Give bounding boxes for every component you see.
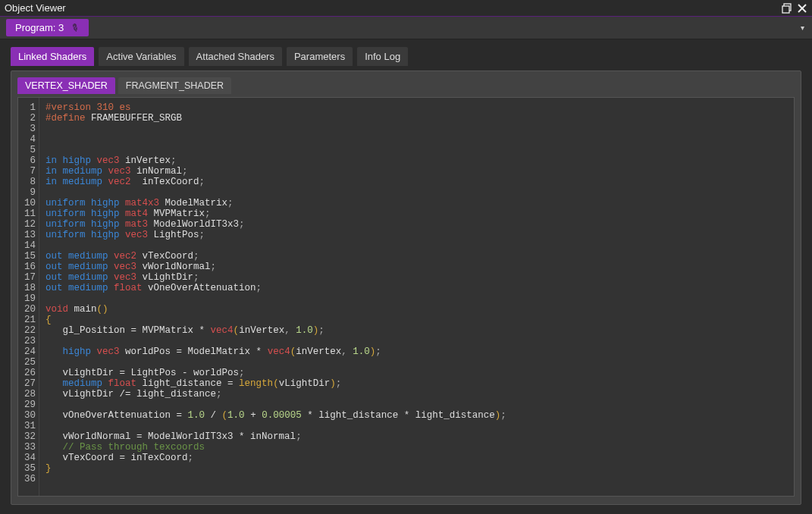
code-line[interactable]: out mediump float vOneOverAttenuation;: [45, 283, 788, 293]
titlebar: Object Viewer: [0, 0, 812, 17]
code-line[interactable]: [45, 357, 788, 368]
code-line[interactable]: [45, 240, 788, 251]
shader-tab-fragment_shader[interactable]: FRAGMENT_SHADER: [118, 77, 231, 94]
code-line[interactable]: in mediump vec2 inTexCoord;: [45, 177, 788, 187]
tab-active-variables[interactable]: Active Variables: [99, 47, 183, 66]
program-toolbar: Program: 3 ✎ ▾: [0, 17, 812, 39]
code-line[interactable]: [45, 124, 788, 134]
code-line[interactable]: highp vec3 worldPos = ModelMatrix * vec4…: [45, 346, 788, 357]
svg-rect-1: [782, 6, 789, 13]
tab-info-log[interactable]: Info Log: [357, 47, 408, 66]
code-line[interactable]: uniform highp vec3 LightPos;: [45, 230, 788, 240]
code-line[interactable]: [45, 134, 788, 145]
code-line[interactable]: [45, 336, 788, 346]
code-line[interactable]: vWorldNormal = ModelWorldIT3x3 * inNorma…: [45, 431, 788, 442]
code-line[interactable]: void main(): [45, 304, 788, 315]
code-line[interactable]: uniform highp mat3 ModelWorldIT3x3;: [45, 219, 788, 230]
code-line[interactable]: [45, 400, 788, 410]
code-line[interactable]: vLightDir /= light_distance;: [45, 389, 788, 400]
code-line[interactable]: }: [45, 463, 788, 474]
program-label: Program: 3: [15, 22, 64, 33]
toolbar-menu-arrow-icon[interactable]: ▾: [793, 24, 812, 32]
pin-icon[interactable]: ✎: [69, 20, 82, 34]
code-line[interactable]: // Pass through texcoords: [45, 442, 788, 453]
code-line[interactable]: out mediump vec2 vTexCoord;: [45, 251, 788, 262]
code-line[interactable]: in highp vec3 inVertex;: [45, 155, 788, 166]
line-gutter: 1234567891011121314151617181920212223242…: [18, 98, 39, 496]
content-panel: VERTEX_SHADERFRAGMENT_SHADER 12345678910…: [11, 71, 801, 505]
code-content[interactable]: #version 310 es#define FRAMEBUFFER_SRGB …: [39, 98, 794, 496]
close-icon[interactable]: [797, 3, 807, 14]
tab-attached-shaders[interactable]: Attached Shaders: [189, 47, 282, 66]
object-viewer-window: Object Viewer Program: 3 ✎ ▾ Linked Shad…: [0, 0, 812, 514]
tab-linked-shaders[interactable]: Linked Shaders: [11, 47, 94, 66]
code-line[interactable]: [45, 187, 788, 198]
window-buttons: [782, 3, 807, 14]
code-line[interactable]: in mediump vec3 inNormal;: [45, 166, 788, 177]
main-tabs: Linked ShadersActive VariablesAttached S…: [0, 39, 812, 66]
code-line[interactable]: [45, 145, 788, 155]
shader-tabs: VERTEX_SHADERFRAGMENT_SHADER: [17, 77, 795, 94]
code-line[interactable]: gl_Position = MVPMatrix * vec4(inVertex,…: [45, 325, 788, 336]
code-line[interactable]: uniform highp mat4 MVPMatrix;: [45, 208, 788, 219]
code-line[interactable]: vOneOverAttenuation = 1.0 / (1.0 + 0.000…: [45, 410, 788, 421]
code-line[interactable]: #version 310 es: [45, 102, 788, 113]
restore-icon[interactable]: [782, 3, 792, 14]
shader-tab-vertex_shader[interactable]: VERTEX_SHADER: [17, 77, 115, 94]
program-tag[interactable]: Program: 3 ✎: [6, 19, 89, 36]
code-line[interactable]: out mediump vec3 vLightDir;: [45, 272, 788, 283]
window-title: Object Viewer: [5, 2, 782, 14]
tab-parameters[interactable]: Parameters: [287, 47, 353, 66]
code-line[interactable]: vTexCoord = inTexCoord;: [45, 453, 788, 463]
code-line[interactable]: [45, 293, 788, 304]
code-line[interactable]: uniform highp mat4x3 ModelMatrix;: [45, 198, 788, 208]
code-line[interactable]: mediump float light_distance = length(vL…: [45, 378, 788, 389]
code-line[interactable]: vLightDir = LightPos - worldPos;: [45, 368, 788, 378]
code-line[interactable]: {: [45, 315, 788, 325]
code-line[interactable]: [45, 474, 788, 484]
code-line[interactable]: #define FRAMEBUFFER_SRGB: [45, 113, 788, 124]
code-line[interactable]: [45, 421, 788, 431]
code-editor[interactable]: 1234567891011121314151617181920212223242…: [17, 97, 795, 497]
code-line[interactable]: out mediump vec3 vWorldNormal;: [45, 262, 788, 272]
